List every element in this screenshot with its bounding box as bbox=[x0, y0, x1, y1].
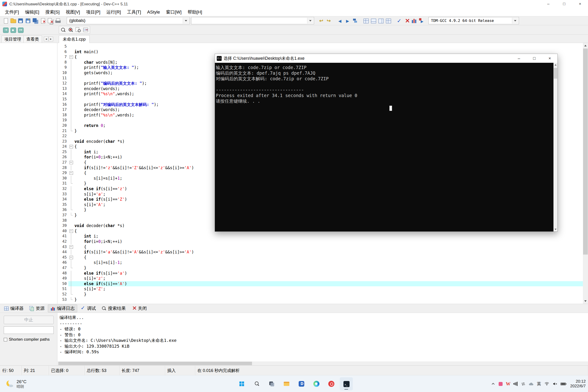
goto-forward-icon[interactable] bbox=[344, 17, 352, 24]
compile-run-icon[interactable] bbox=[418, 17, 425, 24]
close-button[interactable]: × bbox=[572, 0, 588, 8]
signal-icon[interactable] bbox=[513, 379, 518, 388]
fold-marker-icon[interactable] bbox=[68, 160, 74, 165]
menu-item-1[interactable]: 编辑[E] bbox=[22, 9, 42, 15]
fold-marker-icon[interactable] bbox=[68, 144, 74, 149]
code-line[interactable]: 5 bbox=[58, 44, 583, 49]
goto-line-icon[interactable] bbox=[82, 26, 89, 33]
console-scrollbar[interactable] bbox=[554, 63, 558, 232]
find-in-files-icon[interactable] bbox=[74, 26, 82, 33]
undo-icon[interactable] bbox=[318, 17, 325, 24]
dock-tab-debug[interactable]: 调试 bbox=[78, 305, 98, 312]
scrollbar-thumb[interactable] bbox=[58, 362, 252, 365]
console-title-bar[interactable]: 选择 C:\Users\huawei\Desktop\未命名1.exe – □ … bbox=[215, 54, 558, 63]
console-window[interactable]: 选择 C:\Users\huawei\Desktop\未命名1.exe – □ … bbox=[215, 54, 558, 232]
scroll-down-icon[interactable] bbox=[583, 299, 588, 304]
taskbar-clock[interactable]: 20:12 2022/6/7 bbox=[570, 379, 586, 388]
close-icon[interactable] bbox=[39, 17, 47, 24]
dock-tab-resources[interactable]: 资源 bbox=[27, 305, 47, 312]
scroll-down-icon[interactable] bbox=[554, 228, 558, 232]
console-minimize-button[interactable]: – bbox=[511, 54, 527, 63]
insert-icon[interactable] bbox=[2, 26, 9, 33]
code-line[interactable]: 52 } bbox=[58, 292, 583, 297]
compile-log[interactable]: 编译结果...---------- 错误: 0- 警告: 0- 输出文件名: C… bbox=[58, 313, 588, 362]
globals-combo[interactable]: (globals) bbox=[67, 17, 190, 24]
code-line[interactable]: 42 for(i=0;i<N;++i) bbox=[58, 239, 583, 244]
sidebar-tab-project[interactable]: 项目管理 bbox=[2, 36, 24, 43]
ime-indicator[interactable]: 英 bbox=[537, 379, 541, 388]
goto-bookmark-icon[interactable] bbox=[17, 26, 24, 33]
code-line[interactable]: 47 } bbox=[58, 265, 583, 271]
view-toolbars-icon[interactable] bbox=[384, 17, 392, 24]
open-icon[interactable] bbox=[9, 17, 17, 24]
battery-icon[interactable] bbox=[560, 379, 566, 388]
fold-marker-icon[interactable] bbox=[68, 170, 74, 176]
start-button[interactable] bbox=[235, 377, 248, 390]
menu-item-0[interactable]: 文件[F] bbox=[2, 9, 22, 15]
toggle-bookmark-icon[interactable] bbox=[9, 26, 17, 33]
code-line[interactable]: 43 { bbox=[58, 244, 583, 250]
scrollbar-thumb[interactable] bbox=[583, 48, 588, 254]
fold-marker-icon[interactable] bbox=[68, 244, 74, 250]
view-statusbar-icon[interactable] bbox=[377, 17, 384, 24]
code-line[interactable]: 53} bbox=[58, 297, 583, 302]
menu-item-6[interactable]: 工具[T] bbox=[124, 9, 144, 15]
compile-icon[interactable] bbox=[395, 17, 403, 24]
console-close-button[interactable]: × bbox=[542, 54, 558, 63]
log-horizontal-scrollbar[interactable] bbox=[58, 362, 588, 366]
abort-button[interactable]: 中止 bbox=[4, 316, 54, 324]
scroll-up-icon[interactable] bbox=[554, 63, 558, 67]
find-icon[interactable] bbox=[60, 26, 67, 33]
console-maximize-button[interactable]: □ bbox=[527, 54, 542, 63]
console-app-button[interactable] bbox=[340, 377, 353, 390]
wifi-icon[interactable] bbox=[544, 379, 550, 388]
edge-button[interactable] bbox=[310, 377, 323, 390]
dock-tab-compiler[interactable]: 编译器 bbox=[2, 305, 26, 312]
code-line[interactable]: 41 int i; bbox=[58, 234, 583, 239]
file-explorer-button[interactable] bbox=[280, 377, 293, 390]
code-line[interactable]: 45 { bbox=[58, 255, 583, 260]
shorten-paths-checkbox[interactable] bbox=[4, 338, 7, 341]
code-line[interactable]: 49 s[i]='z'; bbox=[58, 276, 583, 281]
sync-icon[interactable] bbox=[521, 379, 526, 388]
class-browser-combo[interactable] bbox=[191, 17, 314, 24]
dev-cpp-button[interactable] bbox=[295, 377, 308, 390]
chevron-up-icon[interactable] bbox=[491, 379, 496, 388]
code-line[interactable]: 48 else if(s[i]=='a') bbox=[58, 271, 583, 276]
chevron-down-icon[interactable] bbox=[307, 18, 313, 24]
print-icon[interactable] bbox=[54, 17, 62, 24]
sidebar-tab-classes[interactable]: 查看类 bbox=[23, 36, 42, 43]
title-bar[interactable]: C:\Users\huawei\Desktop\未命名1.cpp - [Exec… bbox=[0, 0, 588, 8]
task-view-button[interactable] bbox=[265, 377, 278, 390]
scrollbar-thumb[interactable] bbox=[554, 68, 557, 79]
view-project-icon[interactable] bbox=[362, 17, 370, 24]
menu-item-5[interactable]: 运行[R] bbox=[103, 9, 124, 15]
code-line[interactable]: 44 if(s[i]!='a'&&s[i]!='A'&&s[i]<='z'&&s… bbox=[58, 250, 583, 255]
code-line[interactable]: 51 s[i]='Z'; bbox=[58, 286, 583, 292]
weather-widget[interactable]: 26°C 晴朗 bbox=[3, 376, 29, 392]
scroll-up-icon[interactable] bbox=[583, 43, 588, 48]
music-button[interactable] bbox=[325, 377, 338, 390]
flags-icon[interactable] bbox=[352, 17, 359, 24]
menu-item-3[interactable]: 视图[V] bbox=[63, 9, 83, 15]
compiler-combo[interactable]: TDM-GCC 4.9.2 64-bit Release bbox=[428, 17, 519, 24]
rebuild-icon[interactable] bbox=[403, 17, 410, 24]
save-icon[interactable] bbox=[17, 17, 24, 24]
dock-tab-search-results[interactable]: 搜索结果 bbox=[99, 305, 128, 312]
dock-tab-close-panel[interactable]: 关闭 bbox=[129, 305, 149, 312]
pink-app-icon[interactable] bbox=[498, 379, 503, 388]
redo-icon[interactable] bbox=[325, 17, 333, 24]
chevron-down-icon[interactable] bbox=[512, 18, 518, 24]
fold-marker-icon[interactable] bbox=[68, 54, 74, 60]
menu-item-4[interactable]: 项目[P] bbox=[83, 9, 103, 15]
tab-scroll-left-icon[interactable]: ◀ bbox=[44, 37, 48, 41]
save-as-icon[interactable] bbox=[24, 17, 32, 24]
volume-mute-icon[interactable] bbox=[552, 379, 558, 388]
new-file-icon[interactable] bbox=[2, 17, 9, 24]
search-button[interactable] bbox=[250, 377, 263, 390]
cloud-icon[interactable] bbox=[528, 379, 534, 388]
replace-icon[interactable] bbox=[67, 26, 74, 33]
code-line[interactable]: 46 s[i]=s[i]-1; bbox=[58, 260, 583, 265]
close-all-icon[interactable] bbox=[47, 17, 54, 24]
view-report-icon[interactable] bbox=[370, 17, 377, 24]
